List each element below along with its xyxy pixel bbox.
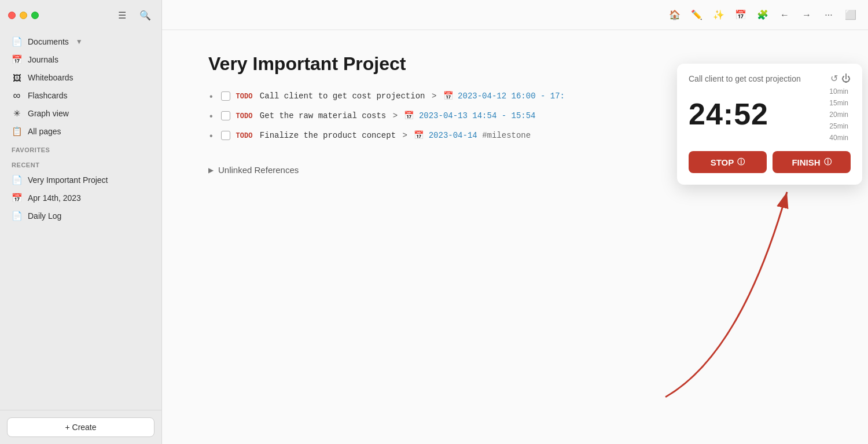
main-content: 🏠 ✏️ ✨ 📅 🧩 ← → ··· ⬜ Very Important Proj…	[162, 0, 868, 444]
todo-text-3: Finalize the product concept	[260, 131, 396, 140]
sidebar-item-journals[interactable]: 📅 Journals	[3, 51, 158, 68]
finish-button[interactable]: FINISH ⓘ	[773, 151, 851, 173]
ellipsis-icon[interactable]: ···	[821, 7, 837, 23]
timer-options: 10min 15min 20min 25min 40min	[827, 86, 851, 143]
maximize-button[interactable]	[31, 12, 39, 19]
finish-icon: ⓘ	[824, 157, 832, 167]
timer-body: 24:52 10min 15min 20min 25min 40min	[689, 86, 851, 143]
all-pages-icon: 📋	[12, 126, 22, 137]
documents-arrow: ▼	[76, 38, 83, 46]
sidebar-item-flashcards[interactable]: ∞ Flashcards	[3, 87, 158, 104]
hamburger-icon[interactable]: ☰	[114, 7, 130, 23]
whiteboards-icon: 🖼	[12, 72, 22, 83]
todo-text-2: Get the raw material costs	[260, 111, 386, 120]
calendar-icon: 📅	[12, 193, 22, 203]
timer-header: Call client to get cost projection ↺ ⏻	[689, 73, 851, 84]
magic-icon[interactable]: ✨	[711, 7, 727, 23]
timer-display: 24:52	[689, 98, 768, 131]
todo-checkbox-2[interactable]	[221, 111, 230, 120]
timer-buttons: STOP ⓘ FINISH ⓘ	[689, 151, 851, 173]
unlinked-refs-label: Unlinked References	[218, 165, 299, 175]
recent-section-header: RECENT	[0, 156, 161, 171]
todo-arrow-3: >	[402, 131, 412, 140]
favorites-section-header: FAVORITES	[0, 141, 161, 156]
create-button[interactable]: + Create	[7, 417, 155, 437]
todo-label-3: TODO	[236, 132, 253, 140]
todo-label-1: TODO	[236, 93, 253, 101]
sidebar-item-label: All pages	[28, 127, 61, 136]
sidebar-nav: 📄 Documents ▼ 📅 Journals 🖼 Whiteboards ∞…	[0, 30, 161, 410]
page-icon2: 📄	[12, 211, 22, 221]
sidebar-bottom: + Create	[0, 410, 161, 444]
sidebar-item-apr14[interactable]: 📅 Apr 14th, 2023	[3, 189, 158, 207]
home-icon[interactable]: 🏠	[667, 7, 683, 23]
minimize-button[interactable]	[20, 12, 27, 19]
graph-icon: ✳	[12, 108, 22, 119]
timer-top-icons: ↺ ⏻	[830, 73, 851, 84]
timer-task-name: Call client to get cost projection	[689, 74, 830, 83]
sidebar-item-label: Apr 14th, 2023	[28, 193, 81, 203]
titlebar: ☰ 🔍	[0, 0, 161, 30]
calendar-topbar-icon[interactable]: 📅	[733, 7, 749, 23]
timer-option-20min[interactable]: 20min	[827, 109, 851, 120]
sidebar-item-label: Documents	[28, 37, 69, 46]
sidebar-item-label: Very Important Project	[28, 175, 108, 185]
sidebar-item-very-important-project[interactable]: 📄 Very Important Project	[3, 171, 158, 189]
sidebar-item-documents[interactable]: 📄 Documents ▼	[3, 33, 158, 50]
timer-option-10min[interactable]: 10min	[827, 86, 851, 97]
search-icon[interactable]: 🔍	[137, 7, 153, 23]
sidebar-toggle-icon[interactable]: ⬜	[843, 7, 859, 23]
bullet-icon2: •	[208, 112, 214, 122]
timer-option-15min[interactable]: 15min	[827, 98, 851, 108]
sidebar-item-label: Graph view	[28, 109, 69, 118]
stop-label: STOP	[711, 157, 734, 167]
sidebar-item-label: Whiteboards	[28, 73, 73, 82]
page-icon: 📄	[12, 175, 22, 185]
traffic-lights	[8, 12, 39, 19]
todo-arrow-1: >	[432, 91, 442, 101]
journals-icon: 📅	[12, 54, 22, 65]
sidebar-item-graph-view[interactable]: ✳ Graph view	[3, 105, 158, 122]
todo-label-2: TODO	[236, 112, 253, 120]
flashcards-icon: ∞	[12, 90, 22, 101]
content-area: Very Important Project • TODO Call clien…	[162, 30, 868, 444]
finish-label: FINISH	[792, 157, 820, 167]
milestone-tag: #milestone	[482, 131, 531, 140]
todo-date-link-2[interactable]: 📅 2023-04-13 14:54 - 15:54	[404, 111, 535, 120]
puzzle-icon[interactable]: 🧩	[755, 7, 771, 23]
todo-checkbox-1[interactable]	[221, 91, 230, 101]
sidebar-item-label: Journals	[28, 55, 58, 64]
stop-icon: ⓘ	[737, 157, 745, 167]
sidebar-item-label: Flashcards	[28, 91, 67, 100]
bullet-icon3: •	[208, 131, 214, 142]
unlinked-arrow-icon: ▶	[208, 166, 214, 174]
documents-icon: 📄	[12, 36, 22, 47]
sidebar: ☰ 🔍 📄 Documents ▼ 📅 Journals 🖼 Whiteboar…	[0, 0, 162, 444]
back-icon[interactable]: ←	[777, 7, 793, 23]
stop-button[interactable]: STOP ⓘ	[689, 151, 767, 173]
topbar: 🏠 ✏️ ✨ 📅 🧩 ← → ··· ⬜	[162, 0, 868, 30]
sidebar-item-label: Daily Log	[28, 211, 61, 221]
bullet-icon: •	[208, 92, 214, 102]
todo-arrow-2: >	[393, 111, 403, 120]
timer-option-25min[interactable]: 25min	[827, 121, 851, 131]
sidebar-item-all-pages[interactable]: 📋 All pages	[3, 123, 158, 140]
sidebar-item-daily-log[interactable]: 📄 Daily Log	[3, 207, 158, 225]
timer-popup: Call client to get cost projection ↺ ⏻ 2…	[677, 64, 862, 185]
forward-icon[interactable]: →	[799, 7, 815, 23]
sidebar-item-whiteboards[interactable]: 🖼 Whiteboards	[3, 69, 158, 86]
todo-date-link-3[interactable]: 📅 2023-04-14	[414, 131, 477, 140]
timer-power-icon[interactable]: ⏻	[841, 74, 851, 84]
timer-option-40min[interactable]: 40min	[827, 133, 851, 143]
todo-checkbox-3[interactable]	[221, 131, 230, 140]
todo-text-1: Call client to get cost projection	[260, 91, 425, 101]
titlebar-icons: ☰ 🔍	[114, 7, 153, 23]
close-button[interactable]	[8, 12, 16, 19]
timer-refresh-icon[interactable]: ↺	[830, 73, 838, 84]
todo-date-link-1[interactable]: 📅 2023-04-12 16:00 - 17:	[443, 91, 565, 101]
pencil-icon[interactable]: ✏️	[689, 7, 705, 23]
